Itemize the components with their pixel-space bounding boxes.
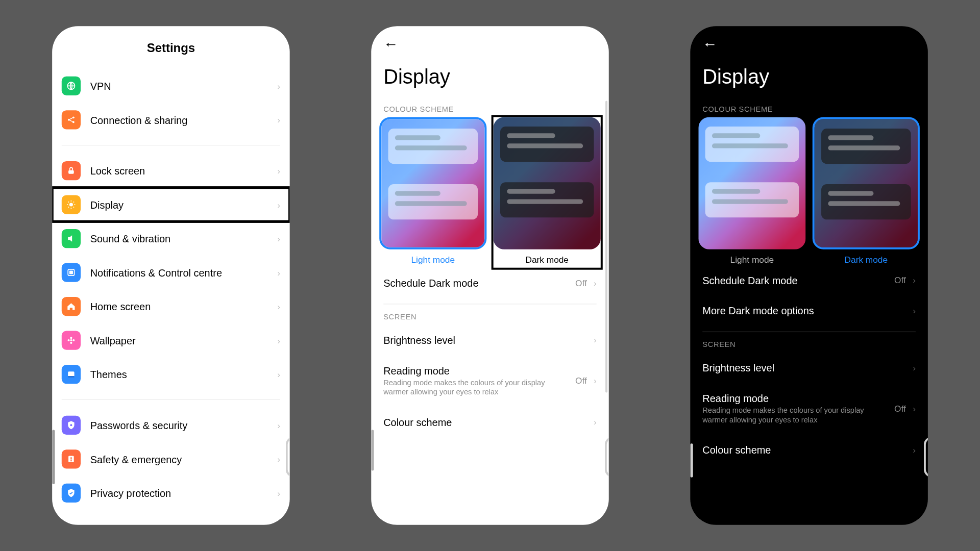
svg-rect-14 [68, 376, 74, 378]
edge-gesture-arc [286, 437, 290, 478]
dark-mode-label: Dark mode [845, 255, 888, 265]
light-mode-preview [698, 117, 805, 249]
page-title: Settings [52, 26, 290, 62]
chevron-right-icon: › [913, 444, 916, 455]
svg-point-3 [72, 121, 75, 123]
sound-icon [62, 229, 81, 248]
display-screen-dark: ← Display COLOUR SCHEME Light mode Dark … [690, 26, 928, 525]
chevron-right-icon: › [277, 369, 280, 380]
section-colour-scheme: COLOUR SCHEME [690, 102, 928, 117]
chevron-right-icon: › [594, 335, 597, 345]
back-button[interactable]: ← [690, 26, 928, 53]
home-icon [62, 297, 81, 316]
light-mode-option[interactable]: Light mode [379, 117, 486, 267]
settings-item-label: Notifications & Control centre [90, 267, 278, 279]
colour-scheme-row[interactable]: Colour scheme › [371, 407, 609, 437]
svg-rect-17 [70, 457, 71, 459]
settings-screen: Settings VPN›Connection & sharing›Lock s… [52, 26, 290, 525]
brightness-level-row[interactable]: Brightness level › [690, 353, 928, 383]
share-icon [62, 110, 81, 129]
chevron-right-icon: › [277, 335, 280, 345]
dark-mode-label: Dark mode [525, 255, 569, 265]
page-title: Display [690, 53, 928, 102]
settings-item-label: Themes [90, 368, 278, 380]
dark-mode-preview [813, 117, 920, 249]
section-screen: SCREEN [371, 310, 609, 324]
reading-mode-row[interactable]: Reading mode Reading mode makes the colo… [371, 355, 609, 407]
display-screen-light: ← Display COLOUR SCHEME Light mode Dark … [371, 26, 609, 525]
settings-item-label: Wallpaper [90, 335, 278, 346]
chevron-right-icon: › [277, 302, 280, 312]
settings-item-label: Privacy protection [90, 487, 278, 499]
settings-item-passwords-security[interactable]: Passwords & security› [62, 408, 280, 442]
settings-item-wallpaper[interactable]: Wallpaper› [62, 323, 280, 358]
scroll-indicator-left [690, 443, 693, 478]
dark-mode-option[interactable]: Dark mode [813, 117, 920, 265]
lock-icon [62, 161, 81, 180]
divider [383, 304, 597, 304]
settings-item-themes[interactable]: Themes› [62, 357, 280, 391]
colour-mode-picker: Light mode Dark mode [371, 117, 609, 267]
reading-mode-row[interactable]: Reading mode Reading mode makes the colo… [690, 383, 928, 435]
settings-item-label: VPN [90, 80, 278, 92]
chevron-right-icon: › [277, 166, 280, 176]
chevron-right-icon: › [277, 115, 280, 125]
light-mode-label: Light mode [730, 255, 774, 265]
svg-point-9 [70, 337, 72, 339]
brightness-level-row[interactable]: Brightness level › [371, 324, 609, 355]
settings-item-notifications-control-centre[interactable]: Notifications & Control centre› [62, 256, 280, 290]
page-title: Display [371, 53, 609, 102]
back-arrow-icon: ← [383, 36, 398, 53]
schedule-dark-mode-row[interactable]: Schedule Dark mode Off › [371, 268, 609, 298]
chevron-right-icon: › [913, 363, 916, 373]
schedule-dark-mode-row[interactable]: Schedule Dark mode Off › [690, 265, 928, 295]
svg-point-2 [72, 116, 75, 118]
chevron-right-icon: › [913, 275, 916, 285]
edge-gesture-arc [605, 437, 609, 478]
settings-item-privacy-protection[interactable]: Privacy protection› [62, 476, 280, 510]
settings-item-label: Passwords & security [90, 419, 278, 431]
dark-mode-option[interactable]: Dark mode [494, 117, 601, 267]
scroll-indicator [605, 101, 607, 393]
settings-item-sound-vibration[interactable]: Sound & vibration› [62, 221, 280, 256]
settings-item-label: Home screen [90, 300, 278, 312]
more-dark-mode-row[interactable]: More Dark mode options › [690, 295, 928, 326]
flower-icon [62, 331, 81, 349]
edge-gesture-arc [924, 437, 928, 478]
settings-item-home-screen[interactable]: Home screen› [62, 289, 280, 323]
warning-icon [62, 449, 81, 468]
chevron-right-icon: › [913, 306, 916, 316]
svg-point-11 [67, 339, 69, 341]
settings-item-safety-emergency[interactable]: Safety & emergency› [62, 442, 280, 477]
back-button[interactable]: ← [371, 26, 609, 53]
scroll-indicator-left [371, 430, 374, 471]
divider [702, 332, 916, 332]
chevron-right-icon: › [277, 234, 280, 244]
svg-rect-4 [68, 170, 74, 174]
divider [62, 399, 280, 400]
settings-item-display[interactable]: Display› [52, 188, 290, 222]
chevron-right-icon: › [594, 417, 597, 427]
settings-item-label: Display [90, 199, 278, 211]
themes-icon [62, 365, 81, 384]
svg-point-10 [70, 342, 72, 344]
chevron-right-icon: › [277, 420, 280, 430]
light-mode-preview [379, 117, 486, 249]
scroll-indicator [52, 430, 55, 484]
svg-point-5 [69, 203, 73, 206]
dark-mode-preview [494, 117, 601, 249]
settings-item-label: Safety & emergency [90, 453, 278, 465]
chevron-right-icon: › [277, 454, 280, 464]
svg-point-12 [72, 339, 75, 341]
shield-icon [62, 416, 81, 435]
back-arrow-icon: ← [702, 36, 717, 53]
settings-item-connection-sharing[interactable]: Connection & sharing› [62, 103, 280, 137]
light-mode-option[interactable]: Light mode [698, 117, 805, 265]
settings-item-vpn[interactable]: VPN› [62, 69, 280, 103]
sun-icon [62, 195, 81, 214]
settings-item-lock-screen[interactable]: Lock screen› [62, 154, 280, 188]
chevron-right-icon: › [277, 488, 280, 498]
colour-scheme-row[interactable]: Colour scheme › [690, 434, 928, 465]
svg-point-8 [70, 339, 72, 341]
chevron-right-icon: › [277, 267, 280, 278]
